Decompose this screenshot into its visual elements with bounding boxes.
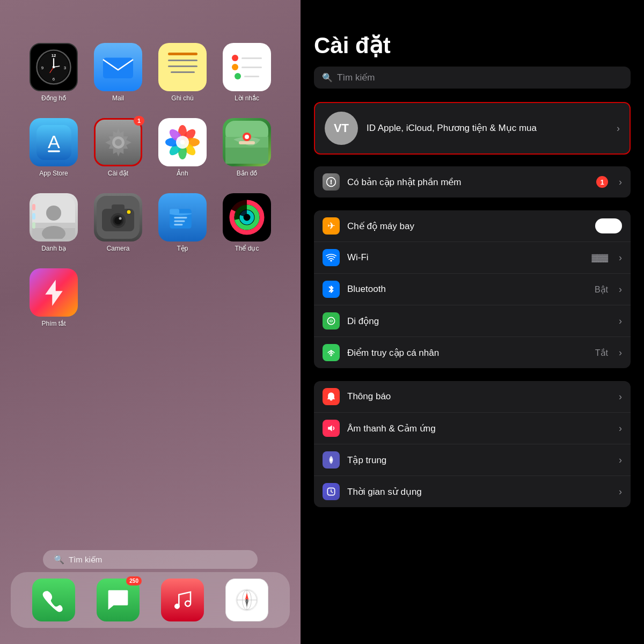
- svg-rect-54: [174, 223, 182, 225]
- app-item-reminders[interactable]: Lời nhắc: [217, 43, 276, 113]
- app-label-contacts: Danh bạ: [41, 245, 66, 252]
- airplane-toggle[interactable]: [595, 218, 622, 233]
- settings-row-hotspot[interactable]: Điểm truy cập cá nhân Tắt ›: [314, 337, 631, 368]
- svg-text:3: 3: [64, 65, 67, 70]
- wifi-chevron: ›: [619, 252, 622, 264]
- settings-row-airplane[interactable]: ✈ Chế độ máy bay: [314, 210, 631, 242]
- app-label-maps: Bản đồ: [237, 170, 258, 177]
- app-item-photos[interactable]: Ảnh: [153, 118, 212, 188]
- settings-group-update: Có bản cập nhật phần mềm 1 ›: [314, 166, 631, 197]
- svg-rect-39: [32, 213, 35, 219]
- app-label-notes: Ghi chú: [171, 94, 193, 102]
- app-label-settings: Cài đặt: [108, 170, 128, 177]
- settings-row-cellular-label: Di động: [347, 316, 611, 327]
- app-label-reminders: Lời nhắc: [235, 94, 259, 102]
- svg-point-70: [246, 599, 247, 601]
- dock-app-music[interactable]: [161, 579, 204, 621]
- settings-row-screentime-label: Thời gian sử dụng: [347, 486, 611, 497]
- svg-marker-62: [45, 280, 63, 306]
- svg-point-49: [127, 210, 131, 214]
- messages-badge: 250: [126, 576, 142, 586]
- search-icon: 🔍: [54, 554, 64, 565]
- svg-point-73: [330, 260, 332, 261]
- svg-point-72: [331, 183, 332, 185]
- app-item-settings[interactable]: 1 Cài đặt: [89, 118, 148, 188]
- app-label-photos: Ảnh: [177, 170, 188, 177]
- svg-text:A: A: [48, 131, 60, 152]
- update-badge: 1: [596, 176, 608, 188]
- app-item-contacts[interactable]: Danh bạ: [24, 193, 83, 263]
- home-screen: 12 3 6 9 Đồng hồ Mail: [0, 0, 301, 644]
- search-bar[interactable]: 🔍 Tìm kiếm: [43, 550, 258, 569]
- app-item-appstore[interactable]: A App Store: [24, 118, 83, 188]
- notifications-chevron: ›: [619, 391, 622, 402]
- svg-rect-10: [103, 58, 133, 79]
- svg-rect-52: [174, 216, 187, 218]
- svg-point-36: [46, 206, 61, 221]
- settings-panel: Cài đặt 🔍 Tìm kiếm VT ID Apple, iCloud, …: [301, 0, 644, 644]
- apple-id-text: ID Apple, iCloud, Phương tiện & Mục mua: [367, 122, 608, 135]
- svg-text:9: 9: [41, 65, 43, 70]
- app-label-appstore: App Store: [39, 170, 68, 177]
- settings-row-wifi-label: Wi-Fi: [347, 252, 584, 263]
- settings-row-focus-label: Tập trung: [347, 455, 611, 466]
- sounds-chevron: ›: [619, 423, 622, 434]
- svg-point-77: [330, 350, 332, 352]
- settings-row-wifi-value: ▓▓▓: [591, 253, 608, 262]
- svg-text:6: 6: [53, 77, 55, 82]
- settings-row-sounds[interactable]: Âm thanh & Cảm ứng ›: [314, 413, 631, 444]
- settings-row-sounds-label: Âm thanh & Cảm ứng: [347, 423, 611, 434]
- svg-point-25: [176, 136, 189, 149]
- update-chevron: ›: [619, 177, 622, 188]
- dock-app-messages[interactable]: 250: [97, 579, 140, 621]
- app-item-clock[interactable]: 12 3 6 9 Đồng hồ: [24, 43, 83, 113]
- dock: 250: [11, 572, 290, 628]
- apple-id-avatar: VT: [325, 112, 358, 145]
- app-label-clock: Đồng hồ: [41, 94, 66, 102]
- settings-search-placeholder: Tìm kiếm: [337, 72, 375, 83]
- bluetooth-chevron: ›: [619, 284, 622, 295]
- settings-row-update[interactable]: Có bản cập nhật phần mềm 1 ›: [314, 166, 631, 197]
- hotspot-chevron: ›: [619, 347, 622, 358]
- settings-row-screentime[interactable]: Thời gian sử dụng ›: [314, 476, 631, 507]
- settings-search-icon: 🔍: [322, 72, 333, 83]
- svg-rect-40: [32, 222, 35, 229]
- app-item-notes[interactable]: Ghi chú: [153, 43, 212, 113]
- app-item-mail[interactable]: Mail: [89, 43, 148, 113]
- app-item-fitness[interactable]: Thể dục: [217, 193, 276, 263]
- app-item-files[interactable]: Tệp: [153, 193, 212, 263]
- apple-id-row[interactable]: VT ID Apple, iCloud, Phương tiện & Mục m…: [314, 102, 631, 155]
- settings-badge: 1: [134, 116, 144, 126]
- settings-row-bluetooth-value: Bật: [595, 284, 608, 295]
- settings-row-cellular[interactable]: Di động ›: [314, 305, 631, 337]
- apple-id-label: ID Apple, iCloud, Phương tiện & Mục mua: [367, 123, 537, 133]
- settings-row-notifications-label: Thông báo: [347, 391, 611, 402]
- cellular-chevron: ›: [619, 316, 622, 327]
- settings-row-bluetooth-label: Bluetooth: [347, 284, 587, 295]
- app-item-maps[interactable]: Bản đồ: [217, 118, 276, 188]
- settings-row-wifi[interactable]: Wi-Fi ▓▓▓ ›: [314, 242, 631, 274]
- app-grid: 12 3 6 9 Đồng hồ Mail: [24, 43, 276, 413]
- app-item-shortcuts[interactable]: Phím tắt: [24, 268, 83, 338]
- airplane-icon: ✈: [327, 220, 335, 232]
- settings-row-bluetooth[interactable]: Bluetooth Bật ›: [314, 274, 631, 305]
- svg-point-47: [119, 217, 122, 220]
- apple-id-chevron: ›: [617, 123, 620, 134]
- search-bar-label: Tìm kiếm: [69, 555, 102, 565]
- dock-app-phone[interactable]: [32, 579, 75, 621]
- svg-rect-38: [32, 204, 35, 210]
- svg-point-9: [53, 66, 55, 68]
- dock-app-safari[interactable]: [225, 579, 268, 621]
- app-label-camera: Camera: [107, 245, 130, 252]
- app-label-files: Tệp: [177, 245, 188, 252]
- settings-group-network: ✈ Chế độ máy bay Wi-Fi ▓▓▓ ›: [314, 210, 631, 368]
- svg-rect-51: [170, 209, 179, 214]
- settings-row-notifications[interactable]: Thông báo ›: [314, 381, 631, 413]
- settings-row-airplane-label: Chế độ máy bay: [347, 221, 588, 232]
- settings-row-hotspot-label: Điểm truy cập cá nhân: [347, 347, 588, 358]
- svg-point-78: [330, 459, 333, 462]
- settings-row-focus[interactable]: Tập trung ›: [314, 444, 631, 476]
- settings-search[interactable]: 🔍 Tìm kiếm: [314, 67, 631, 89]
- app-item-camera[interactable]: Camera: [89, 193, 148, 263]
- svg-point-76: [330, 354, 332, 356]
